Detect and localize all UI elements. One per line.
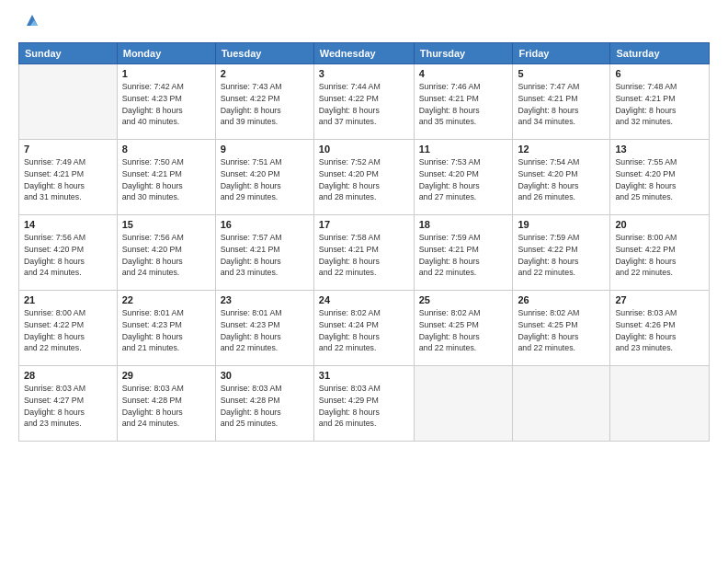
day-info: Sunrise: 8:03 AMSunset: 4:28 PMDaylight:… [221,383,309,430]
day-info: Sunrise: 7:54 AMSunset: 4:20 PMDaylight:… [518,156,605,203]
calendar-cell: 2Sunrise: 7:43 AMSunset: 4:22 PMDaylight… [215,64,313,140]
day-info: Sunrise: 7:50 AMSunset: 4:21 PMDaylight:… [122,156,210,203]
day-number: 10 [319,144,409,155]
calendar-cell: 22Sunrise: 8:01 AMSunset: 4:23 PMDayligh… [117,291,215,366]
day-info: Sunrise: 7:57 AMSunset: 4:21 PMDaylight:… [221,232,309,279]
day-info: Sunrise: 8:03 AMSunset: 4:29 PMDaylight:… [319,383,409,430]
day-number: 1 [122,68,210,79]
calendar-week-row: 28Sunrise: 8:03 AMSunset: 4:27 PMDayligh… [19,366,710,442]
logo-icon [23,11,41,33]
calendar-cell: 16Sunrise: 7:57 AMSunset: 4:21 PMDayligh… [215,215,313,291]
calendar-cell: 23Sunrise: 8:01 AMSunset: 4:23 PMDayligh… [215,291,313,366]
day-info: Sunrise: 7:49 AMSunset: 4:21 PMDaylight:… [24,156,112,203]
day-number: 5 [518,68,605,79]
day-number: 8 [122,144,210,155]
calendar-cell: 19Sunrise: 7:59 AMSunset: 4:22 PMDayligh… [513,215,610,291]
day-info: Sunrise: 7:55 AMSunset: 4:20 PMDaylight:… [615,156,704,203]
calendar-cell: 8Sunrise: 7:50 AMSunset: 4:21 PMDaylight… [117,140,215,215]
calendar-cell: 12Sunrise: 7:54 AMSunset: 4:20 PMDayligh… [513,140,610,215]
calendar-cell [414,366,513,442]
weekday-header-friday: Friday [513,43,610,64]
day-info: Sunrise: 7:51 AMSunset: 4:20 PMDaylight:… [221,156,309,203]
day-number: 18 [419,219,508,230]
day-number: 31 [319,370,409,381]
header [18,15,710,33]
day-info: Sunrise: 8:03 AMSunset: 4:28 PMDaylight:… [122,383,210,430]
calendar-cell: 21Sunrise: 8:00 AMSunset: 4:22 PMDayligh… [19,291,118,366]
calendar-cell: 15Sunrise: 7:56 AMSunset: 4:20 PMDayligh… [117,215,215,291]
day-number: 2 [221,68,309,79]
day-number: 25 [419,294,508,305]
weekday-header-row: SundayMondayTuesdayWednesdayThursdayFrid… [19,43,710,64]
calendar-cell: 1Sunrise: 7:42 AMSunset: 4:23 PMDaylight… [117,64,215,140]
calendar-week-row: 14Sunrise: 7:56 AMSunset: 4:20 PMDayligh… [19,215,710,291]
calendar-cell: 24Sunrise: 8:02 AMSunset: 4:24 PMDayligh… [313,291,414,366]
calendar-cell: 28Sunrise: 8:03 AMSunset: 4:27 PMDayligh… [19,366,118,442]
day-number: 16 [221,219,309,230]
calendar-cell: 5Sunrise: 7:47 AMSunset: 4:21 PMDaylight… [513,64,610,140]
day-number: 6 [615,68,704,79]
day-number: 3 [319,68,409,79]
day-number: 20 [615,219,704,230]
calendar-cell: 30Sunrise: 8:03 AMSunset: 4:28 PMDayligh… [215,366,313,442]
day-info: Sunrise: 7:47 AMSunset: 4:21 PMDaylight:… [518,81,605,128]
day-number: 27 [615,294,704,305]
day-number: 22 [122,294,210,305]
calendar-cell [513,366,610,442]
day-info: Sunrise: 8:03 AMSunset: 4:26 PMDaylight:… [615,307,704,354]
day-number: 24 [319,294,409,305]
day-number: 7 [24,144,112,155]
day-info: Sunrise: 7:46 AMSunset: 4:21 PMDaylight:… [419,81,508,128]
calendar-cell: 31Sunrise: 8:03 AMSunset: 4:29 PMDayligh… [313,366,414,442]
calendar-cell: 11Sunrise: 7:53 AMSunset: 4:20 PMDayligh… [414,140,513,215]
day-number: 11 [419,144,508,155]
weekday-header-thursday: Thursday [414,43,513,64]
calendar-cell: 18Sunrise: 7:59 AMSunset: 4:21 PMDayligh… [414,215,513,291]
day-number: 15 [122,219,210,230]
page: SundayMondayTuesdayWednesdayThursdayFrid… [0,0,728,563]
day-number: 4 [419,68,508,79]
day-info: Sunrise: 8:00 AMSunset: 4:22 PMDaylight:… [615,232,704,279]
day-number: 23 [221,294,309,305]
day-number: 29 [122,370,210,381]
calendar-cell: 6Sunrise: 7:48 AMSunset: 4:21 PMDaylight… [610,64,710,140]
calendar-cell: 17Sunrise: 7:58 AMSunset: 4:21 PMDayligh… [313,215,414,291]
logo [18,15,41,33]
day-number: 12 [518,144,605,155]
calendar-cell: 4Sunrise: 7:46 AMSunset: 4:21 PMDaylight… [414,64,513,140]
calendar-cell: 25Sunrise: 8:02 AMSunset: 4:25 PMDayligh… [414,291,513,366]
calendar-cell: 26Sunrise: 8:02 AMSunset: 4:25 PMDayligh… [513,291,610,366]
calendar-cell: 3Sunrise: 7:44 AMSunset: 4:22 PMDaylight… [313,64,414,140]
weekday-header-sunday: Sunday [19,43,118,64]
day-number: 28 [24,370,112,381]
calendar-cell: 29Sunrise: 8:03 AMSunset: 4:28 PMDayligh… [117,366,215,442]
weekday-header-tuesday: Tuesday [215,43,313,64]
day-number: 30 [221,370,309,381]
calendar-cell: 27Sunrise: 8:03 AMSunset: 4:26 PMDayligh… [610,291,710,366]
calendar-cell [610,366,710,442]
day-info: Sunrise: 7:59 AMSunset: 4:21 PMDaylight:… [419,232,508,279]
day-number: 17 [319,219,409,230]
calendar-table: SundayMondayTuesdayWednesdayThursdayFrid… [18,42,710,442]
day-info: Sunrise: 7:43 AMSunset: 4:22 PMDaylight:… [221,81,309,128]
day-info: Sunrise: 8:01 AMSunset: 4:23 PMDaylight:… [122,307,210,354]
calendar-cell [19,64,118,140]
day-number: 9 [221,144,309,155]
day-info: Sunrise: 8:02 AMSunset: 4:25 PMDaylight:… [518,307,605,354]
day-number: 14 [24,219,112,230]
day-number: 26 [518,294,605,305]
day-info: Sunrise: 7:52 AMSunset: 4:20 PMDaylight:… [319,156,409,203]
day-info: Sunrise: 7:58 AMSunset: 4:21 PMDaylight:… [319,232,409,279]
calendar-cell: 20Sunrise: 8:00 AMSunset: 4:22 PMDayligh… [610,215,710,291]
weekday-header-saturday: Saturday [610,43,710,64]
day-number: 21 [24,294,112,305]
calendar-week-row: 7Sunrise: 7:49 AMSunset: 4:21 PMDaylight… [19,140,710,215]
calendar-cell: 7Sunrise: 7:49 AMSunset: 4:21 PMDaylight… [19,140,118,215]
day-info: Sunrise: 7:56 AMSunset: 4:20 PMDaylight:… [24,232,112,279]
day-info: Sunrise: 7:42 AMSunset: 4:23 PMDaylight:… [122,81,210,128]
day-number: 13 [615,144,704,155]
day-info: Sunrise: 7:59 AMSunset: 4:22 PMDaylight:… [518,232,605,279]
day-info: Sunrise: 8:00 AMSunset: 4:22 PMDaylight:… [24,307,112,354]
day-info: Sunrise: 8:02 AMSunset: 4:24 PMDaylight:… [319,307,409,354]
calendar-cell: 9Sunrise: 7:51 AMSunset: 4:20 PMDaylight… [215,140,313,215]
